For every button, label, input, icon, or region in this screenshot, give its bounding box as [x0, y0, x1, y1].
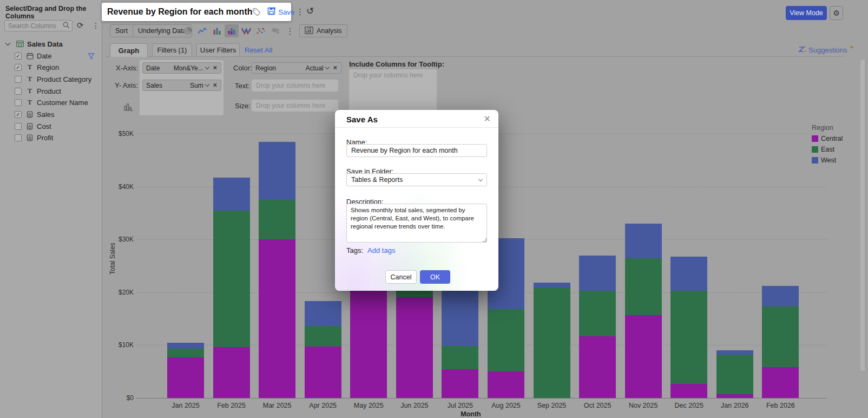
y-axis-pill[interactable]: Sales Sum ✕ — [142, 80, 221, 91]
bar-segment-central-jan-2025[interactable] — [167, 357, 204, 398]
bar-segment-west-jan-2025[interactable] — [167, 343, 204, 349]
save-button[interactable]: ✱ Save — [267, 7, 294, 17]
bar-segment-west-mar-2025[interactable] — [259, 142, 295, 200]
bar-segment-central-jun-2025[interactable] — [396, 297, 433, 398]
search-columns-box[interactable] — [4, 20, 73, 31]
bar-segment-west-oct-2025[interactable] — [579, 256, 616, 291]
description-textarea[interactable]: Shows monthly total sales, segmented by … — [346, 204, 487, 243]
refresh-icon[interactable]: ⟳ — [77, 21, 84, 29]
bar-segment-west-feb-2026[interactable] — [762, 286, 799, 306]
bar-segment-west-sep-2025[interactable] — [534, 283, 570, 288]
filter-icon[interactable] — [88, 52, 95, 62]
search-input[interactable] — [8, 22, 63, 30]
sidebar-item-product[interactable]: TProduct — [0, 86, 102, 96]
ok-button[interactable]: OK — [420, 270, 450, 284]
bar-segment-east-feb-2025[interactable] — [213, 211, 250, 348]
report-title[interactable]: Revenue by Region for each month — [107, 7, 252, 17]
sidebar-item-profit[interactable]: Profit — [0, 133, 102, 143]
checkbox[interactable] — [15, 134, 22, 141]
sidebar-item-product-category[interactable]: TProduct Category — [0, 74, 102, 84]
bar-segment-central-dec-2025[interactable] — [670, 384, 707, 398]
checkbox[interactable] — [15, 76, 22, 83]
bar-segment-east-oct-2025[interactable] — [579, 291, 616, 336]
sidebar-item-region[interactable]: ✓TRegion — [0, 62, 102, 73]
remove-color-field-icon[interactable]: ✕ — [333, 64, 338, 71]
bar-segment-central-jan-2026[interactable] — [716, 394, 753, 398]
bar-segment-central-jul-2025[interactable] — [442, 369, 478, 398]
bar-segment-east-feb-2026[interactable] — [762, 306, 799, 367]
sidebar-table-sales-data[interactable]: Sales Data — [0, 38, 102, 49]
sidebar-more-icon[interactable]: ⋮ — [92, 22, 100, 29]
text-dropzone[interactable]: Drop your columns here — [252, 80, 338, 92]
bar-segment-east-aug-2025[interactable] — [488, 309, 524, 371]
color-pill[interactable]: Region Actual ✕ — [252, 62, 341, 74]
bar-segment-east-mar-2025[interactable] — [259, 200, 295, 239]
checkbox[interactable]: ✓ — [15, 64, 22, 71]
combo-chart-icon[interactable] — [239, 24, 253, 37]
vertical-scrollbar[interactable] — [860, 60, 865, 371]
bar-segment-central-mar-2025[interactable] — [259, 239, 295, 398]
bar-segment-east-jul-2025[interactable] — [442, 346, 478, 369]
title-more-icon[interactable]: ⋮ — [296, 8, 304, 16]
bar-segment-west-feb-2025[interactable] — [213, 178, 250, 210]
legend-item-west[interactable]: West — [812, 156, 843, 164]
bar-segment-central-feb-2025[interactable] — [213, 347, 250, 398]
legend-item-central[interactable]: Central — [812, 135, 843, 142]
bar-segment-east-dec-2025[interactable] — [670, 291, 707, 384]
report-title-box[interactable]: Revenue by Region for each month ✱ Save — [102, 3, 291, 21]
sort-button[interactable]: Sort — [110, 24, 133, 37]
bar-segment-east-jan-2026[interactable] — [716, 355, 753, 394]
view-mode-button[interactable]: View Mode — [786, 6, 827, 20]
bar-segment-central-oct-2025[interactable] — [579, 336, 616, 398]
bar-segment-central-aug-2025[interactable] — [488, 371, 524, 398]
bar-segment-west-jul-2025[interactable] — [442, 291, 478, 346]
bar-segment-east-apr-2025[interactable] — [305, 326, 341, 347]
bar-segment-east-sep-2025[interactable] — [534, 288, 570, 398]
checkbox[interactable]: ✓ — [15, 53, 22, 60]
more-charts-icon[interactable]: ⋮ — [283, 24, 297, 37]
add-tags-link[interactable]: Add tags — [367, 246, 395, 254]
cancel-button[interactable]: Cancel — [385, 270, 417, 284]
remove-x-field-icon[interactable]: ✕ — [213, 64, 218, 71]
sidebar-item-date[interactable]: ✓Date — [0, 50, 102, 61]
size-dropzone[interactable]: Drop your columns here — [252, 100, 338, 112]
sidebar-item-customer-name[interactable]: TCustomer Name — [0, 97, 102, 108]
name-input[interactable] — [346, 144, 487, 157]
bar-segment-central-may-2025[interactable] — [350, 291, 387, 398]
pie-chart-icon[interactable] — [181, 24, 195, 37]
stacked-bar-chart-icon-selected[interactable] — [225, 24, 239, 37]
x-axis-pill[interactable]: Date Mon&Ye... ✕ — [142, 62, 221, 74]
sidebar-item-cost[interactable]: Cost — [0, 121, 102, 132]
checkbox[interactable]: ✓ — [15, 111, 22, 118]
bar-segment-west-jan-2026[interactable] — [716, 350, 753, 355]
tooltip-dropzone[interactable]: Drop your columns here — [349, 69, 437, 112]
scatter-chart-icon[interactable] — [254, 24, 268, 37]
chevron-down-icon[interactable] — [205, 65, 209, 69]
bar-segment-west-apr-2025[interactable] — [305, 301, 341, 326]
reset-all-link[interactable]: Reset All — [245, 46, 272, 54]
y-aggregation[interactable]: Sum — [190, 82, 203, 89]
bar-segment-west-dec-2025[interactable] — [670, 257, 707, 290]
tag-icon[interactable] — [252, 8, 261, 16]
bar-segment-central-nov-2025[interactable] — [625, 315, 662, 398]
color-aggregation[interactable]: Actual — [305, 64, 323, 72]
checkbox[interactable] — [15, 99, 22, 106]
map-chart-icon[interactable] — [268, 24, 282, 37]
analysis-button[interactable]: Analysis — [299, 24, 347, 37]
chevron-down-icon[interactable] — [205, 82, 209, 87]
tab-user-filters[interactable]: User Filters — [196, 43, 240, 56]
bar-segment-central-feb-2026[interactable] — [762, 367, 799, 398]
sidebar-item-sales[interactable]: ✓Sales — [0, 109, 102, 120]
bar-segment-east-jan-2025[interactable] — [167, 349, 204, 357]
bar-segment-east-jun-2025[interactable] — [396, 290, 433, 297]
line-chart-icon[interactable] — [195, 24, 209, 37]
checkbox[interactable] — [15, 123, 22, 130]
suggestions-link[interactable]: Suggestions ✦ — [798, 45, 854, 55]
bar-chart-icon[interactable] — [210, 24, 224, 37]
remove-y-field-icon[interactable]: ✕ — [213, 82, 218, 89]
settings-button[interactable]: ⚙ — [830, 6, 843, 20]
x-aggregation[interactable]: Mon&Ye... — [174, 64, 203, 72]
tab-filters[interactable]: Filters (1) — [152, 43, 192, 56]
legend-item-east[interactable]: East — [812, 146, 843, 153]
folder-select[interactable]: Tables & Reports — [346, 173, 487, 186]
